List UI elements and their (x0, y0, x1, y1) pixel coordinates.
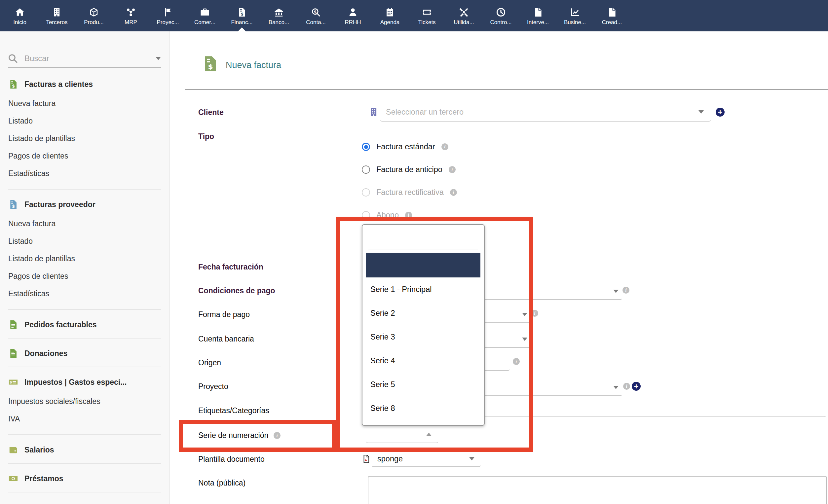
nav-item-label: RRHH (345, 19, 361, 26)
tipo-radio-row[interactable]: Abono (362, 204, 457, 226)
nav-item[interactable]: Banco... (260, 0, 297, 31)
serie-select[interactable] (366, 429, 438, 443)
nav-item[interactable]: $ Conta... (297, 0, 334, 31)
dropdown-selected-option[interactable] (366, 253, 481, 278)
sidebar-item[interactable]: Nueva factura (0, 215, 169, 233)
nav-item[interactable]: Contro... (483, 0, 520, 31)
sidebar-item[interactable]: Estadísticas (0, 165, 169, 182)
nav-item[interactable]: $ Financ... (223, 0, 260, 31)
tipo-info-icon[interactable] (405, 212, 412, 219)
proyecto-caret-icon[interactable] (613, 386, 619, 389)
tipo-info-icon[interactable] (442, 143, 448, 150)
sidebar-section-header[interactable]: $ Facturas a clientes (0, 78, 169, 91)
origen-info-icon[interactable] (513, 358, 520, 365)
nav-item[interactable]: Proyec... (149, 0, 187, 31)
dropdown-option[interactable]: Serie 2 (363, 301, 484, 325)
label-nota: Nota (pública) (198, 478, 246, 488)
sidebar-item[interactable]: Listado (0, 233, 169, 250)
sidebar-section-header[interactable]: Préstamos (0, 472, 169, 485)
nav-item[interactable]: Interve... (520, 0, 556, 31)
dropdown-option[interactable]: Serie 3 (363, 325, 484, 349)
sidebar-section-header[interactable]: Salarios (0, 443, 169, 456)
sidebar-divider (8, 434, 161, 435)
doc-icon (8, 348, 19, 359)
nav-item[interactable]: Tickets (408, 0, 445, 31)
svg-text:$: $ (208, 62, 213, 71)
tipo-info-icon[interactable] (449, 166, 456, 173)
condiciones-info-icon[interactable] (622, 287, 629, 294)
label-cuenta: Cuenta bancaria (198, 335, 254, 343)
label-condiciones: Condiciones de pago (198, 286, 275, 295)
nav-item-label: Comer... (194, 19, 215, 26)
tipo-radio-label: Factura estándar (376, 142, 435, 151)
sidebar-item[interactable]: Listado de plantillas (0, 250, 169, 267)
label-serie-row: Serie de numeración (198, 431, 281, 440)
nav-item[interactable]: Utilida... (445, 0, 483, 31)
tipo-radio-row[interactable]: Factura rectificativa (362, 181, 457, 204)
search-caret-icon[interactable] (156, 57, 161, 60)
mrp-icon (126, 6, 136, 17)
condiciones-caret-icon[interactable] (613, 290, 619, 293)
label-etiquetas: Etiquetas/Categorías (198, 406, 269, 415)
top-navbar: Inicio Terceros Produ... MRP Proyec... C… (0, 0, 828, 31)
sidebar-item[interactable]: Pagos de clientes (0, 267, 169, 285)
nav-item[interactable]: MRP (112, 0, 149, 31)
nav-item[interactable]: Comer... (187, 0, 223, 31)
add-thirdparty-button[interactable] (716, 108, 724, 117)
nav-item[interactable]: Inicio (1, 0, 38, 31)
nav-item[interactable]: Agenda (371, 0, 408, 31)
sidebar-section-header[interactable]: Donaciones (0, 347, 169, 360)
dropdown-option[interactable]: Serie 4 (363, 349, 484, 373)
serie-caret-up-icon[interactable] (426, 433, 431, 436)
radio-icon[interactable] (362, 165, 370, 174)
forma-pago-caret-icon[interactable] (522, 313, 527, 316)
dropdown-search-field[interactable] (368, 225, 478, 249)
sidebar-divider (8, 189, 161, 190)
sidebar-item[interactable]: Nueva factura (0, 95, 169, 112)
sidebar-section-header[interactable]: $ Facturas proveedor (0, 198, 169, 211)
nav-item[interactable]: Cread... (593, 0, 630, 31)
radio-icon[interactable] (362, 143, 370, 151)
sidebar-search[interactable] (8, 49, 161, 68)
label-forma: Forma de pago (198, 310, 250, 319)
nav-item-label: Utilida... (454, 19, 474, 26)
sidebar-item[interactable]: Pagos de clientes (0, 147, 169, 165)
cliente-select-underline[interactable] (380, 106, 711, 122)
tipo-radio-row[interactable]: Factura estándar (362, 135, 457, 158)
radio-icon[interactable] (362, 211, 370, 219)
nav-item[interactable]: RRHH (334, 0, 371, 31)
dropdown-option[interactable]: Serie 5 (363, 373, 484, 396)
sidebar-item[interactable]: Listado de plantillas (0, 130, 169, 147)
sidebar-section-title: Facturas a clientes (25, 80, 93, 89)
nav-item-label: Cread... (602, 19, 622, 26)
file2-icon (607, 6, 617, 17)
sidebar-item[interactable]: Impuestos sociales/fiscales (0, 393, 169, 410)
add-proyecto-button[interactable] (632, 382, 641, 391)
nav-item[interactable]: Busine... (556, 0, 593, 31)
forma-pago-info-icon[interactable] (531, 310, 538, 317)
label-proyecto: Proyecto (198, 382, 228, 391)
nota-textarea[interactable] (368, 476, 827, 504)
plantilla-underline[interactable] (372, 453, 481, 467)
project-icon (163, 6, 173, 17)
serie-info-icon[interactable] (274, 432, 281, 439)
search-input[interactable] (24, 53, 156, 64)
tipo-radio-row[interactable]: Factura de anticipo (362, 158, 457, 181)
radio-icon[interactable] (362, 188, 370, 197)
pdf-icon (362, 454, 371, 464)
cuenta-bancaria-caret-icon[interactable] (522, 338, 527, 341)
sidebar-section-header[interactable]: $ Impuestos | Gastos especi... (0, 376, 169, 389)
chart-icon (570, 6, 580, 17)
sidebar-item[interactable]: Estadísticas (0, 285, 169, 302)
proyecto-info-icon[interactable] (623, 383, 630, 390)
nav-item[interactable]: Terceros (38, 0, 75, 31)
dropdown-option[interactable]: Serie 8 (363, 396, 484, 420)
dropdown-option[interactable]: Serie 1 - Principal (363, 278, 484, 301)
page-title: Nueva factura (226, 60, 281, 70)
home-icon (15, 6, 25, 17)
sidebar-item[interactable]: Listado (0, 112, 169, 130)
tipo-info-icon[interactable] (450, 189, 457, 196)
nav-item[interactable]: Produ... (75, 0, 112, 31)
sidebar-item[interactable]: IVA (0, 410, 169, 428)
sidebar-section-header[interactable]: Pedidos facturables (0, 318, 169, 331)
